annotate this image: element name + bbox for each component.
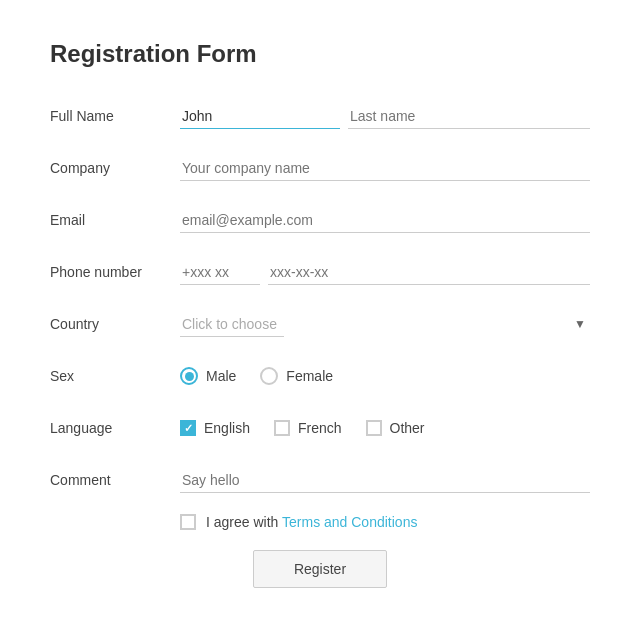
company-label: Company — [50, 160, 180, 176]
language-other-checkbox[interactable] — [366, 420, 382, 436]
language-other-option[interactable]: Other — [366, 420, 425, 436]
terms-checkbox[interactable] — [180, 514, 196, 530]
terms-link[interactable]: Terms and Conditions — [282, 514, 417, 530]
email-input[interactable] — [180, 208, 590, 233]
registration-form: Registration Form Full Name Company Emai… — [50, 40, 590, 588]
fullname-label: Full Name — [50, 108, 180, 124]
register-row: Register — [50, 550, 590, 588]
page-title: Registration Form — [50, 40, 590, 68]
sex-label: Sex — [50, 368, 180, 384]
company-input[interactable] — [180, 156, 590, 181]
phone-fields — [180, 260, 590, 285]
language-row: Language English French Other — [50, 410, 590, 446]
language-english-checkbox[interactable] — [180, 420, 196, 436]
sex-radio-group: Male Female — [180, 367, 333, 385]
firstname-input[interactable] — [180, 104, 340, 129]
language-english-label: English — [204, 420, 250, 436]
language-checkbox-group: English French Other — [180, 420, 425, 436]
sex-female-option[interactable]: Female — [260, 367, 333, 385]
country-fields: Click to choose United States United Kin… — [180, 312, 590, 337]
company-fields — [180, 156, 590, 181]
country-select[interactable]: Click to choose United States United Kin… — [180, 312, 284, 337]
email-row: Email — [50, 202, 590, 238]
fullname-fields — [180, 104, 590, 129]
language-other-label: Other — [390, 420, 425, 436]
sex-row: Sex Male Female — [50, 358, 590, 394]
fullname-row: Full Name — [50, 98, 590, 134]
sex-male-label: Male — [206, 368, 236, 384]
terms-text: I agree with Terms and Conditions — [206, 514, 417, 530]
sex-fields: Male Female — [180, 367, 590, 385]
email-fields — [180, 208, 590, 233]
email-label: Email — [50, 212, 180, 228]
phone-number-input[interactable] — [268, 260, 590, 285]
comment-fields — [180, 468, 590, 493]
language-fields: English French Other — [180, 420, 590, 436]
language-french-checkbox[interactable] — [274, 420, 290, 436]
comment-label: Comment — [50, 472, 180, 488]
comment-input[interactable] — [180, 468, 590, 493]
sex-female-radio[interactable] — [260, 367, 278, 385]
sex-male-radio[interactable] — [180, 367, 198, 385]
phone-label: Phone number — [50, 264, 180, 280]
sex-male-option[interactable]: Male — [180, 367, 236, 385]
terms-row: I agree with Terms and Conditions — [180, 514, 590, 530]
comment-row: Comment — [50, 462, 590, 498]
country-select-wrapper: Click to choose United States United Kin… — [180, 312, 590, 337]
company-row: Company — [50, 150, 590, 186]
phone-row: Phone number — [50, 254, 590, 290]
language-french-option[interactable]: French — [274, 420, 342, 436]
country-label: Country — [50, 316, 180, 332]
country-row: Country Click to choose United States Un… — [50, 306, 590, 342]
phone-code-input[interactable] — [180, 260, 260, 285]
sex-female-label: Female — [286, 368, 333, 384]
language-english-option[interactable]: English — [180, 420, 250, 436]
register-button[interactable]: Register — [253, 550, 387, 588]
chevron-down-icon: ▼ — [574, 317, 586, 331]
language-label: Language — [50, 420, 180, 436]
language-french-label: French — [298, 420, 342, 436]
lastname-input[interactable] — [348, 104, 590, 129]
